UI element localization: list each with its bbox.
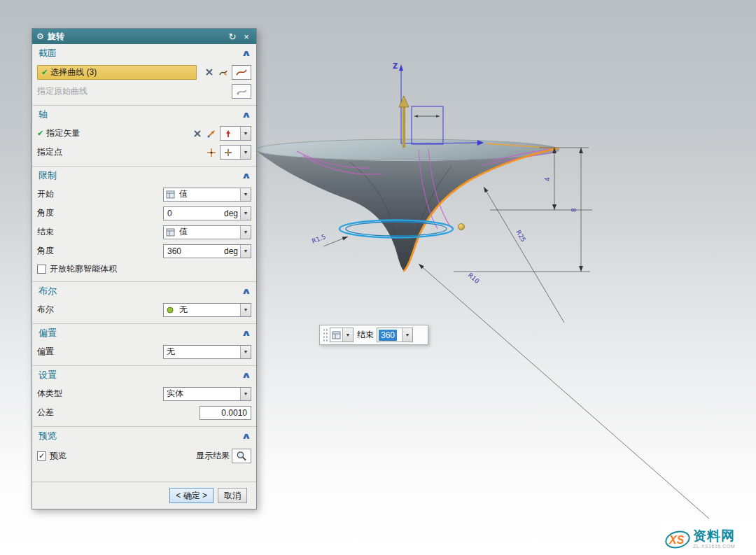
start-angle-field[interactable]: 0 deg ▼ [163, 206, 251, 220]
section-preview-title: 预览 [38, 430, 57, 442]
dropdown-caret-icon[interactable]: ▼ [342, 328, 353, 342]
revolved-body[interactable] [255, 139, 559, 271]
deselect-icon[interactable] [203, 66, 216, 78]
drag-handle-ball[interactable] [458, 224, 465, 230]
dropdown-caret-icon[interactable]: ▼ [240, 346, 251, 358]
dialog-titlebar[interactable]: ⚙ 旋转 ↻ × [32, 29, 256, 44]
section-settings-title: 设置 [38, 369, 57, 381]
watermark: XS 资料网 ZL.XS1616.COM [661, 523, 756, 554]
end-label: 结束 [37, 226, 54, 238]
show-result-label: 显示结果 [196, 450, 230, 462]
select-curve-field[interactable]: ✔ 选择曲线 (3) [37, 65, 197, 80]
end-mode-combo[interactable]: 值 ▼ [163, 225, 251, 239]
onscreen-input-bar[interactable]: ▼ 结束 360 ▼ [319, 325, 428, 345]
section-limits-title: 限制 [38, 169, 57, 182]
collapse-chevron-icon[interactable]: ∧ [241, 328, 252, 338]
section-offset: 偏置 ∧ 偏置 无 ▼ [32, 324, 256, 366]
section-boolean-title: 布尔 [38, 285, 57, 297]
section-axis-title: 轴 [38, 108, 48, 121]
cancel-button[interactable]: 取消 [218, 488, 247, 503]
dim-height-4[interactable]: 4 [544, 177, 551, 181]
body-type-value: 实体 [164, 388, 240, 400]
origin-curve-button[interactable] [232, 84, 251, 99]
collapse-chevron-icon[interactable]: ∧ [241, 370, 252, 380]
dropdown-caret-icon[interactable]: ▼ [240, 127, 251, 140]
section-boolean-header[interactable]: 布尔 ∧ [32, 282, 256, 300]
section-limits-header[interactable]: 限制 ∧ [32, 167, 256, 185]
dim-radius-small[interactable]: R1.5 [311, 233, 327, 245]
dropdown-caret-icon[interactable]: ▼ [240, 304, 251, 316]
dim-radius-large[interactable]: R25 [514, 229, 527, 243]
watermark-url: ZL.XS1616.COM [693, 544, 735, 549]
dropdown-caret-icon[interactable]: ▼ [240, 226, 251, 239]
body-type-combo[interactable]: 实体 ▼ [163, 387, 251, 401]
section-axis: 轴 ∧ ✔ 指定矢量 ▼ 指定点 [32, 106, 256, 167]
body-type-label: 体类型 [37, 388, 62, 400]
revolve-dialog: ⚙ 旋转 ↻ × 截面 ∧ ✔ 选择曲线 (3) [31, 28, 257, 510]
watermark-logo-icon: XS [664, 526, 692, 552]
tolerance-field[interactable]: 0.0010 [200, 406, 251, 420]
section-curve-header[interactable]: 截面 ∧ [32, 44, 256, 62]
section-curve-title: 截面 [38, 47, 57, 59]
collapse-chevron-icon[interactable]: ∧ [241, 431, 252, 441]
show-result-button[interactable] [232, 449, 251, 463]
section-preview-header[interactable]: 预览 ∧ [32, 427, 256, 445]
collapse-chevron-icon[interactable]: ∧ [241, 110, 252, 120]
vector-inferred-icon[interactable] [205, 127, 218, 140]
section-settings: 设置 ∧ 体类型 实体 ▼ 公差 0.0010 [32, 366, 256, 427]
boolean-combo[interactable]: 无 ▼ [163, 303, 251, 317]
reset-icon[interactable]: ↻ [227, 31, 238, 42]
watermark-logo-text: XS [668, 534, 685, 546]
dropdown-caret-icon[interactable]: ▼ [240, 188, 251, 201]
point-dialog-button[interactable]: ▼ [220, 145, 251, 160]
collapse-chevron-icon[interactable]: ∧ [241, 171, 252, 181]
vector-dialog-button[interactable]: ▼ [220, 126, 251, 141]
section-axis-header[interactable]: 轴 ∧ [32, 106, 256, 124]
specify-vector-label: 指定矢量 [46, 127, 80, 139]
dropdown-caret-icon[interactable]: ▼ [240, 245, 251, 258]
preview-checkbox[interactable]: ✓ [37, 451, 46, 461]
tolerance-value[interactable]: 0.0010 [221, 408, 247, 418]
deselect-icon[interactable] [191, 127, 204, 140]
ok-button[interactable]: < 确定 > [169, 488, 214, 503]
close-icon[interactable]: × [241, 31, 252, 42]
end-angle-field[interactable]: 360 deg ▼ [163, 244, 251, 258]
gear-icon: ⚙ [36, 31, 44, 41]
drag-grip-icon[interactable] [323, 328, 328, 342]
specify-point-label: 指定点 [37, 146, 62, 158]
sketch-section-icon[interactable] [217, 66, 230, 78]
start-angle-value[interactable]: 0 [164, 209, 222, 218]
osd-end-value[interactable]: 360 [379, 330, 397, 341]
section-offset-title: 偏置 [38, 327, 57, 339]
section-offset-header[interactable]: 偏置 ∧ [32, 324, 256, 342]
section-curve: 截面 ∧ ✔ 选择曲线 (3) 指定原始曲线 [32, 44, 256, 106]
start-mode-combo[interactable]: 值 ▼ [163, 188, 251, 202]
osd-mode-combo[interactable]: ▼ [330, 328, 354, 342]
tolerance-label: 公差 [37, 407, 54, 419]
dim-radius-mid[interactable]: R10 [467, 272, 481, 285]
dropdown-caret-icon[interactable]: ▼ [240, 207, 251, 220]
open-profile-label: 开放轮廓智能体积 [50, 263, 117, 275]
end-angle-value[interactable]: 360 [164, 246, 222, 256]
section-limits: 限制 ∧ 开始 值 ▼ 角度 0 deg ▼ [32, 167, 256, 282]
value-icon [164, 228, 176, 237]
end-angle-unit: deg [222, 246, 240, 256]
section-settings-header[interactable]: 设置 ∧ [32, 366, 256, 384]
dropdown-caret-icon[interactable]: ▼ [240, 388, 251, 400]
offset-combo[interactable]: 无 ▼ [163, 345, 251, 359]
dropdown-caret-icon[interactable]: ▼ [240, 146, 251, 159]
dim-height-8[interactable]: 8 [570, 208, 578, 212]
osd-end-field[interactable]: 360 ▼ [377, 328, 413, 342]
collapse-chevron-icon[interactable]: ∧ [241, 286, 252, 296]
section-boolean: 布尔 ∧ 布尔 无 ▼ [32, 282, 256, 324]
open-profile-checkbox[interactable] [37, 265, 46, 274]
funnel-underside[interactable] [255, 148, 559, 271]
collapse-chevron-icon[interactable]: ∧ [241, 48, 252, 58]
end-mode-value: 值 [176, 226, 240, 238]
axis-z-label: Z [393, 62, 398, 70]
point-inferred-icon[interactable] [205, 146, 218, 159]
curve-rule-button[interactable] [232, 65, 251, 80]
boolean-none-icon [164, 306, 176, 314]
dropdown-caret-icon[interactable]: ▼ [402, 328, 412, 342]
top-face[interactable] [255, 139, 559, 160]
